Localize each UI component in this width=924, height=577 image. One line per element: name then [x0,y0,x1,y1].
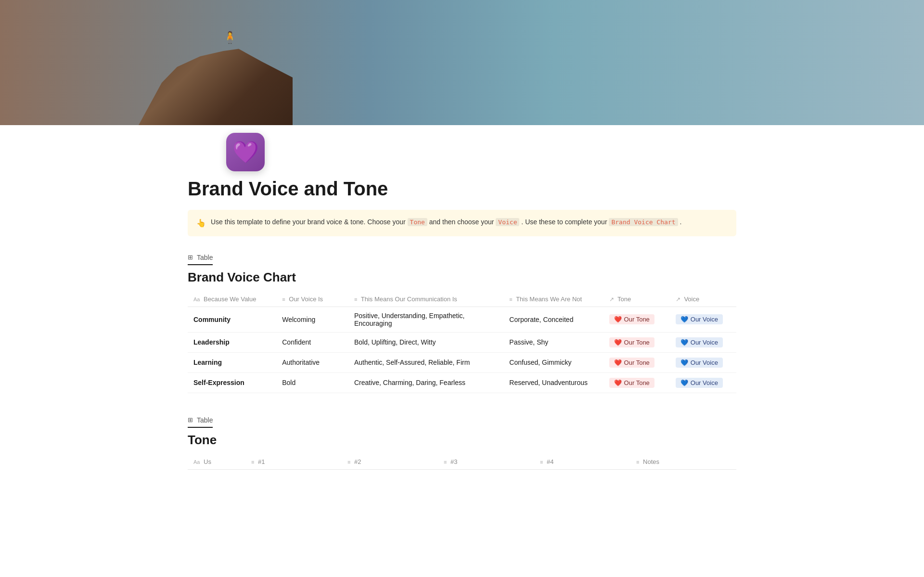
tone-dot: ❤️ [614,339,622,346]
tone-badge[interactable]: ❤️ Our Tone [609,358,654,368]
th-notes: ≡ Notes [630,454,736,470]
tone-section: ⊞ Table Tone Aa Us ≡ #1 ≡ #2 [188,416,736,470]
tone-code: Tone [408,218,427,226]
cell-because: Self‑Expression [188,372,276,393]
cell-communication: Positive, Understanding, Empathetic, Enc… [348,307,503,332]
th-us: Aa Us [188,454,245,470]
voice-code: Voice [496,218,519,226]
cell-voice: 💙 Our Voice [670,372,736,393]
th-not: ≡ This Means We Are Not [503,292,603,307]
cell-tone: ❤️ Our Tone [603,372,670,393]
table-label-text: Table [197,254,213,261]
voice-badge[interactable]: 💙 Our Voice [676,314,723,324]
th-3: ≡ #3 [438,454,534,470]
tone-badge[interactable]: ❤️ Our Tone [609,378,654,388]
cell-not: Confused, Gimmicky [503,352,603,372]
table-row: Community Welcoming Positive, Understand… [188,307,736,332]
tone-title: Tone [188,433,736,448]
tone-dot: ❤️ [614,379,622,386]
chart-code: Brand Voice Chart [609,218,678,226]
tone-table: Aa Us ≡ #1 ≡ #2 ≡ #3 [188,454,736,470]
page-title: Brand Voice and Tone [188,177,736,200]
cell-because: Learning [188,352,276,372]
brand-voice-chart-title: Brand Voice Chart [188,270,736,285]
brand-voice-table-label: ⊞ Table [188,254,213,265]
tone-dot: ❤️ [614,316,622,323]
cell-not: Corporate, Conceited [503,307,603,332]
cell-because: Community [188,307,276,332]
th-voice-is: ≡ Our Voice Is [276,292,348,307]
cell-voice: 💙 Our Voice [670,307,736,332]
tone-header-row: Aa Us ≡ #1 ≡ #2 ≡ #3 [188,454,736,470]
cell-communication: Authentic, Self‑Assured, Reliable, Firm [348,352,503,372]
cell-communication: Bold, Uplifting, Direct, Witty [348,332,503,352]
voice-dot: 💙 [680,379,688,386]
voice-badge[interactable]: 💙 Our Voice [676,337,723,347]
cell-voice: 💙 Our Voice [670,332,736,352]
tone-badge[interactable]: ❤️ Our Tone [609,337,654,347]
cliff-decoration [139,19,293,125]
cell-not: Reserved, Unadventurous [503,372,603,393]
cell-voice-is: Welcoming [276,307,348,332]
person-silhouette: 🧍 [223,31,237,44]
cell-voice-is: Confident [276,332,348,352]
table-icon: ⊞ [188,254,193,261]
cell-tone: ❤️ Our Tone [603,332,670,352]
callout-icon: 👆 [196,217,206,230]
cell-voice-is: Bold [276,372,348,393]
cell-tone: ❤️ Our Tone [603,352,670,372]
brand-voice-table: Aa Because We Value ≡ Our Voice Is ≡ Thi… [188,292,736,393]
th-because: Aa Because We Value [188,292,276,307]
hero-banner: 🧍 [0,0,924,125]
callout-text: Use this template to define your brand v… [211,217,681,228]
cell-communication: Creative, Charming, Daring, Fearless [348,372,503,393]
th-voice: ↗ Voice [670,292,736,307]
voice-badge[interactable]: 💙 Our Voice [676,358,723,368]
table-row: Self‑Expression Bold Creative, Charming,… [188,372,736,393]
th-communication: ≡ This Means Our Communication Is [348,292,503,307]
table-icon-2: ⊞ [188,416,193,423]
cell-tone: ❤️ Our Tone [603,307,670,332]
table-row: Learning Authoritative Authentic, Self‑A… [188,352,736,372]
cell-because: Leadership [188,332,276,352]
tone-badge[interactable]: ❤️ Our Tone [609,314,654,324]
brand-voice-header-row: Aa Because We Value ≡ Our Voice Is ≡ Thi… [188,292,736,307]
cell-voice-is: Authoritative [276,352,348,372]
th-2: ≡ #2 [342,454,438,470]
cell-not: Passive, Shy [503,332,603,352]
tone-dot: ❤️ [614,359,622,366]
tone-label-text: Table [197,416,213,424]
voice-dot: 💙 [680,339,688,346]
th-tone: ↗ Tone [603,292,670,307]
th-1: ≡ #1 [245,454,342,470]
tone-table-label: ⊞ Table [188,416,213,428]
th-4: ≡ #4 [534,454,630,470]
page-icon: 💜 [226,133,265,171]
voice-badge[interactable]: 💙 Our Voice [676,378,723,388]
heart-icon: 💜 [232,140,259,165]
callout-block: 👆 Use this template to define your brand… [188,210,736,236]
brand-voice-section: ⊞ Table Brand Voice Chart Aa Because We … [188,254,736,393]
voice-dot: 💙 [680,316,688,323]
table-row: Leadership Confident Bold, Uplifting, Di… [188,332,736,352]
cell-voice: 💙 Our Voice [670,352,736,372]
voice-dot: 💙 [680,359,688,366]
